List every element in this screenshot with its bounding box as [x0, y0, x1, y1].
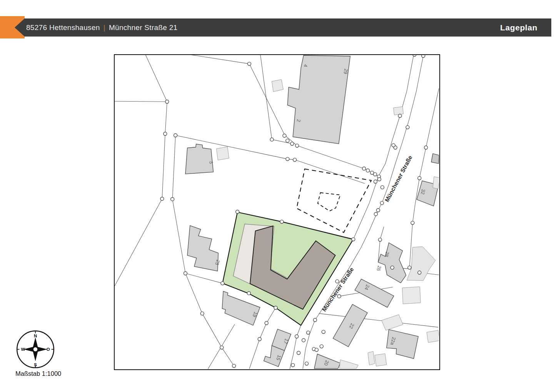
building-label-29: 29 — [342, 68, 349, 74]
shed-22a-top — [382, 315, 403, 330]
building-label-32: 32 — [420, 189, 426, 195]
header-address: 85276 Hettenshausen | Münchner Straße 21 — [26, 18, 178, 37]
shed-20-right — [340, 360, 359, 369]
compass-w: W — [21, 347, 25, 352]
building-24 — [355, 279, 394, 307]
building-2-29 — [287, 55, 350, 144]
site-plan-map: 4292523191715202222a24262832 Münchener S… — [114, 54, 440, 370]
site-plan-svg: 4292523191715202222a24262832 Münchener S… — [115, 55, 439, 369]
compass-n: N — [34, 334, 37, 338]
building-top-right — [431, 153, 439, 163]
compass-rose: N S W O — [15, 329, 56, 370]
scale-label: Maßstab 1:1000 — [15, 370, 61, 377]
header-separator: | — [103, 23, 105, 32]
shed-bottom-1 — [368, 351, 375, 365]
building-label-26: 26 — [375, 265, 382, 272]
compass-hub — [33, 347, 37, 351]
shed-bottom-2 — [375, 354, 387, 366]
building-26-28 — [378, 243, 406, 283]
shed-22a-right — [427, 330, 439, 343]
page-title: Lageplan — [500, 18, 537, 37]
building-5 — [185, 144, 214, 174]
header-street: Münchner Straße 21 — [109, 23, 178, 32]
dashed-planned-outline — [297, 169, 371, 232]
shed-top — [272, 80, 284, 92]
street-label-1: Münchener Straße — [384, 154, 414, 203]
shed-32-annex — [433, 177, 439, 189]
house-26-light — [407, 247, 436, 280]
header-zip-city: 85276 Hettenshausen — [26, 23, 100, 32]
compass-o: O — [47, 347, 50, 352]
compass-s: S — [34, 362, 37, 367]
shed-street-top — [394, 107, 404, 115]
shed-24-east — [402, 287, 421, 304]
building-23 — [187, 225, 219, 271]
shed-5-annex — [216, 147, 229, 160]
